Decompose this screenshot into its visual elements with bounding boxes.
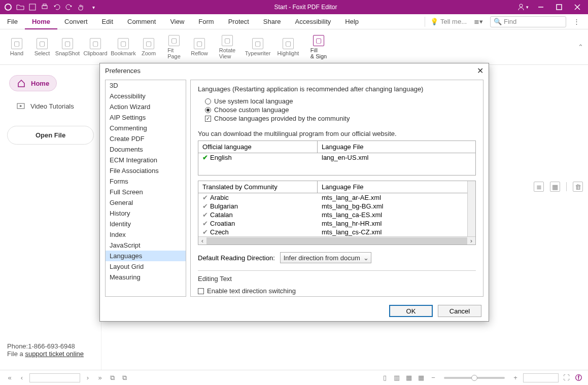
redo-icon[interactable] <box>65 3 73 11</box>
pref-category-history[interactable]: History <box>106 208 186 219</box>
grid-view-icon[interactable]: ▦ <box>550 182 560 192</box>
fullscreen-icon[interactable]: ⛶ <box>562 373 571 382</box>
open-file-button[interactable]: Open File <box>7 126 94 145</box>
table-row[interactable]: ✔ Croatianmts_lang_hr-HR.xml <box>198 219 475 228</box>
ribbon-select[interactable]: ▢Select <box>29 29 55 64</box>
pref-category-identity[interactable]: Identity <box>106 219 186 229</box>
nav-icon-b[interactable]: ⧉ <box>120 373 129 382</box>
text-direction-checkbox[interactable]: Enable text direction switching <box>198 287 476 295</box>
zoom-out-icon[interactable]: − <box>429 373 438 382</box>
ribbon-snapshot[interactable]: ▢SnapShot <box>55 29 80 64</box>
choose-custom-language-radio[interactable]: Choose custom language <box>198 106 476 114</box>
pref-category-javascript[interactable]: JavaScript <box>106 240 186 251</box>
pref-category-aip-settings[interactable]: AIP Settings <box>106 112 186 123</box>
undo-icon[interactable] <box>53 3 61 11</box>
tab-help[interactable]: Help <box>338 14 366 29</box>
reading-direction-combo[interactable]: Infer direction from docum <box>280 252 371 263</box>
prev-page-icon[interactable]: ‹ <box>17 373 26 382</box>
pref-category-action-wizard[interactable]: Action Wizard <box>106 101 186 112</box>
first-page-icon[interactable]: « <box>5 373 14 382</box>
pref-category-languages[interactable]: Languages <box>106 251 186 261</box>
nav-icon-a[interactable]: ⧉ <box>108 373 117 382</box>
last-page-icon[interactable]: » <box>95 373 105 382</box>
tab-protect[interactable]: Protect <box>221 14 256 29</box>
single-page-icon[interactable]: ▯ <box>380 373 389 382</box>
tab-share[interactable]: Share <box>256 14 288 29</box>
table-row[interactable]: ✔ Englishlang_en-US.xml <box>198 153 475 162</box>
tab-comment[interactable]: Comment <box>120 14 163 29</box>
minimize-button[interactable] <box>532 0 549 14</box>
ribbon-reflow[interactable]: ▢Reflow <box>187 29 212 64</box>
ribbon-bookmark[interactable]: ▢Bookmark <box>111 29 136 64</box>
user-account-icon[interactable]: ▾ <box>514 0 531 14</box>
pref-category-full-screen[interactable]: Full Screen <box>106 187 186 197</box>
tab-view[interactable]: View <box>163 14 191 29</box>
tab-convert[interactable]: Convert <box>57 14 95 29</box>
pref-category-accessibility[interactable]: Accessibility <box>106 91 186 101</box>
ribbon-highlight[interactable]: ▢Highlight <box>273 29 303 64</box>
save-icon[interactable] <box>28 3 37 11</box>
maximize-button[interactable] <box>550 0 568 14</box>
pref-category-general[interactable]: General <box>106 197 186 208</box>
hand-small-icon[interactable] <box>77 3 85 11</box>
pref-category-forms[interactable]: Forms <box>106 176 186 187</box>
table-row[interactable]: ✔ Bulgarianmts_lang_bg-BG.xml <box>198 202 475 211</box>
close-button[interactable] <box>569 0 586 14</box>
pref-category--d[interactable]: 3D <box>106 80 186 91</box>
tell-me-search[interactable]: 💡 Tell me... <box>425 17 467 27</box>
use-system-language-radio[interactable]: Use system local language <box>198 97 476 106</box>
sidebar-item-tutorials[interactable]: Video Tutorials <box>0 96 101 116</box>
ribbon-fit-page[interactable]: ▢FitPage <box>161 29 187 64</box>
table-row[interactable]: ✔ Czechmts_lang_cs-CZ.xml <box>198 228 475 236</box>
continuous-facing-icon[interactable]: ▦ <box>417 373 426 382</box>
table-hscrollbar[interactable]: ‹ › <box>198 236 475 244</box>
open-icon[interactable] <box>16 3 24 11</box>
page-number-input[interactable] <box>29 373 80 382</box>
tab-file[interactable]: File <box>0 14 25 29</box>
tab-home[interactable]: Home <box>25 14 57 29</box>
list-view-icon[interactable]: ≣ <box>534 182 544 192</box>
delete-icon[interactable]: 🗑 <box>573 182 583 192</box>
community-languages-checkbox[interactable]: ✓ Choose languages provided by the commu… <box>198 114 476 123</box>
ribbon-typewriter[interactable]: ▢Typewriter <box>243 29 273 64</box>
ribbon-fill-sign[interactable]: ▢Fill& Sign <box>303 29 334 64</box>
scroll-right-icon[interactable]: › <box>467 237 475 244</box>
preferences-category-list[interactable]: 3DAccessibilityAction WizardAIP Settings… <box>105 80 186 297</box>
tab-form[interactable]: Form <box>191 14 221 29</box>
tab-accessibility[interactable]: Accessibility <box>288 14 338 29</box>
print-icon[interactable] <box>41 3 49 11</box>
pref-category-file-associations[interactable]: File Associations <box>106 165 186 176</box>
ok-button[interactable]: OK <box>389 305 433 317</box>
tab-edit[interactable]: Edit <box>95 14 120 29</box>
search-options-icon[interactable]: ≣▾ <box>471 18 486 25</box>
facing-icon[interactable]: ▦ <box>404 373 413 382</box>
pref-category-layout-grid[interactable]: Layout Grid <box>106 261 186 272</box>
pref-category-ecm-integration[interactable]: ECM Integration <box>106 155 186 165</box>
pref-category-documents[interactable]: Documents <box>106 144 186 155</box>
ribbon-hand[interactable]: ▢Hand <box>4 29 29 64</box>
table-vscrollbar[interactable] <box>467 181 475 236</box>
ribbon-rotate-view[interactable]: ▢RotateView <box>212 29 243 64</box>
foxit-icon[interactable]: ⓕ <box>574 373 583 382</box>
ribbon-clipboard[interactable]: ▢Clipboard <box>80 29 111 64</box>
support-ticket-link[interactable]: support ticket online <box>25 350 84 358</box>
table-row[interactable]: ✔ Catalanmts_lang_ca-ES.xml <box>198 211 475 219</box>
pref-category-create-pdf[interactable]: Create PDF <box>106 133 186 144</box>
continuous-icon[interactable]: ▥ <box>392 373 401 382</box>
next-page-icon[interactable]: › <box>83 373 92 382</box>
zoom-value-input[interactable] <box>523 373 559 382</box>
zoom-slider[interactable] <box>444 377 505 379</box>
pref-category-index[interactable]: Index <box>106 229 186 240</box>
collapse-ribbon-button[interactable]: ⌃ <box>573 29 588 64</box>
zoom-in-icon[interactable]: + <box>511 373 520 382</box>
sidebar-item-home[interactable]: Home <box>0 70 101 96</box>
cancel-button[interactable]: Cancel <box>438 305 481 317</box>
qat-dropdown-icon[interactable]: ▾ <box>89 3 97 11</box>
find-input[interactable]: 🔍 Find <box>490 16 566 27</box>
ribbon-zoom[interactable]: ▢Zoom <box>136 29 161 64</box>
scroll-left-icon[interactable]: ‹ <box>198 237 206 244</box>
table-row[interactable]: ✔ Arabicmts_lang_ar-AE.xml <box>198 193 475 202</box>
pref-category-commenting[interactable]: Commenting <box>106 123 186 133</box>
pref-category-measuring[interactable]: Measuring <box>106 272 186 283</box>
overflow-menu-icon[interactable]: ⋮ <box>570 18 583 25</box>
